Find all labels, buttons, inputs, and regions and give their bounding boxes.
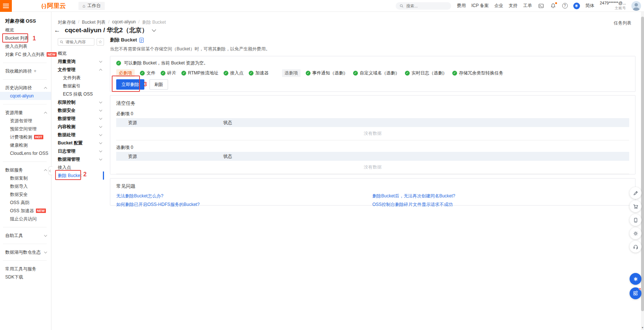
bucket-nav-item[interactable]: 文件列表	[53, 74, 104, 82]
bucket-nav-item[interactable]: 数据处理	[53, 131, 104, 139]
sidebar-item[interactable]: 数据复制	[0, 174, 51, 182]
sidebar-item[interactable]: 数据服务	[0, 166, 51, 174]
sidebar-item[interactable]: 健康检测	[0, 141, 51, 149]
aliyun-logo[interactable]: (-) 阿里云	[41, 1, 66, 10]
bucket-nav-item[interactable]: 权限控制	[53, 98, 104, 106]
vertical-scrollbar[interactable]: ▼	[641, 12, 644, 330]
resource-check-item: ✓加速器	[249, 70, 269, 76]
tasks-panel-title: 清空任务	[116, 100, 629, 107]
sidebar-item[interactable]: Bucket 列表	[0, 34, 51, 42]
oss-sidebar: 对象存储 OSS 概览Bucket 列表接入点列表对象 FC 接入点列表NEW我…	[0, 12, 51, 330]
bucket-nav-item[interactable]: 内容检测	[53, 123, 104, 131]
bucket-nav-item[interactable]: 数据索引	[53, 82, 104, 90]
feedback-pencil-button[interactable]	[630, 187, 641, 199]
refresh-button[interactable]: 刷新	[150, 79, 168, 90]
bucket-nav-item[interactable]: ECS 挂载 OSS	[53, 90, 104, 98]
faq-link[interactable]: 删除Bucket后，无法再次创建同名Bucket?	[372, 193, 455, 199]
breadcrumb-item[interactable]: 对象存储	[58, 19, 76, 26]
sidebar-item-label: 数据导入	[10, 182, 28, 190]
bucket-switcher-chevron-down-icon[interactable]	[152, 27, 156, 31]
avatar[interactable]	[631, 1, 641, 11]
workbench-button[interactable]: ⌂ 工作台	[78, 2, 105, 10]
sidebar-item[interactable]: cqcet-aliyun	[0, 92, 51, 100]
chevron-down-icon	[99, 108, 102, 111]
topnav-link[interactable]: 企业	[494, 3, 503, 9]
breadcrumb-item[interactable]: Bucket 列表	[82, 19, 105, 26]
breadcrumb-item[interactable]: cqcet-aliyun	[112, 19, 136, 26]
bucket-nav-menu: 概览用量查询文件管理文件列表数据索引ECS 挂载 OSS权限控制数据安全数据管理…	[53, 49, 104, 180]
topnav-link[interactable]: 工单	[523, 3, 532, 9]
resource-label: 事件通知（选删）	[312, 70, 348, 76]
global-search-input[interactable]	[406, 4, 443, 8]
back-arrow-icon[interactable]: ←	[54, 27, 60, 34]
bucket-nav-item-label: 数据管理	[58, 114, 76, 123]
scrollbar-thumb[interactable]	[641, 17, 644, 311]
sidebar-item[interactable]: 常用工具与服务	[0, 265, 51, 273]
sidebar-item[interactable]: 资源包管理	[0, 117, 51, 125]
faq-link[interactable]: OSS控制台删除碎片文件显示请求不成功	[372, 201, 453, 208]
mobile-app-button[interactable]	[630, 214, 641, 226]
sidebar-item[interactable]: OSS 加速器NEW	[0, 207, 51, 215]
doc-help-icon[interactable]	[140, 38, 144, 43]
bucket-nav-item[interactable]: 文件管理	[53, 66, 104, 74]
notification-bell-icon[interactable]	[550, 3, 557, 9]
sidebar-item[interactable]: 数据湖与数仓生态	[0, 248, 51, 256]
sidebar-item[interactable]: CloudLens for OSS	[0, 149, 51, 157]
language-switcher[interactable]: 简体	[586, 3, 594, 9]
account-info[interactable]: 2479******@... 主账号	[600, 1, 626, 10]
resource-label: 自定义域名（选删）	[360, 70, 400, 76]
sidebar-item[interactable]: 概览	[0, 26, 51, 34]
resource-label: 碎片	[167, 70, 176, 76]
faq-link[interactable]: 无法删除Bucket怎么办?	[116, 193, 163, 199]
sidebar-item[interactable]: OSS 高防	[0, 199, 51, 207]
headset-icon	[633, 244, 638, 250]
bucket-nav-item[interactable]: 接入点	[53, 163, 104, 171]
breadcrumb: 对象存储/Bucket 列表/cqcet-aliyun/删除 Bucket	[58, 19, 166, 26]
bucket-nav-item[interactable]: 日志管理	[53, 147, 104, 155]
support-button[interactable]	[630, 241, 641, 253]
sidebar-item[interactable]: 计费项检测HOT	[0, 133, 51, 141]
bucket-region-title: cqcet-aliyun / 华北2（北京）	[65, 26, 148, 34]
mini-apps-button[interactable]	[630, 287, 641, 299]
sidebar-collapse-handle[interactable]	[48, 166, 53, 175]
cart-button[interactable]	[630, 200, 641, 212]
sidebar-item[interactable]: 阻止公共访问	[0, 215, 51, 223]
account-id: 2479******@...	[600, 1, 626, 6]
aliyun-assistant-button[interactable]	[630, 273, 641, 285]
bucket-nav-item[interactable]: 数据湖管理	[53, 155, 104, 163]
topnav-links: 费用ICP 备案企业支持工单	[457, 3, 532, 9]
sidebar-item[interactable]: 我收藏的路径+	[0, 67, 51, 75]
sidebar-item[interactable]: 资源用量	[0, 109, 51, 117]
settings-button[interactable]	[630, 227, 641, 239]
sidebar-item[interactable]: 对象 FC 接入点列表NEW	[0, 50, 51, 59]
faq-link[interactable]: 如何删除已开启OSS-HDFS服务的Bucket?	[116, 201, 199, 208]
sidebar-item[interactable]: 数据安全	[0, 190, 51, 199]
delete-now-button[interactable]: 立即删除	[116, 79, 144, 90]
table-header-row: 资源状态	[116, 118, 629, 127]
favorite-star-button[interactable]: ☆	[97, 38, 104, 46]
hamburger-menu-button[interactable]	[0, 0, 12, 12]
sidebar-item[interactable]: 自助工具	[0, 231, 51, 240]
app-asterisk-icon[interactable]	[573, 3, 580, 9]
terminal-icon[interactable]	[538, 3, 544, 9]
bucket-nav-item[interactable]: 概览	[53, 49, 104, 57]
sidebar-item[interactable]: 数据导入	[0, 182, 51, 190]
resource-check-item: ✓自定义域名（选删）	[353, 70, 400, 76]
sidebar-item[interactable]: SDK下载	[0, 273, 51, 281]
bucket-nav-item[interactable]: Bucket 配置	[53, 139, 104, 147]
bucket-nav-item[interactable]: 数据管理	[53, 114, 104, 123]
sidebar-item[interactable]: 历史访问路径	[0, 84, 51, 92]
global-search[interactable]	[396, 2, 451, 10]
help-icon[interactable]: ?	[562, 3, 568, 9]
task-list-link[interactable]: 任务列表	[614, 20, 631, 26]
add-favorite-icon[interactable]: +	[34, 67, 37, 75]
bucket-nav-item[interactable]: 数据安全	[53, 106, 104, 114]
bucket-nav-item[interactable]: 删除 Bucket	[53, 171, 104, 180]
topnav-link[interactable]: 支持	[509, 3, 518, 9]
bucket-nav-item[interactable]: 用量查询	[53, 57, 104, 66]
topnav-link[interactable]: 费用	[457, 3, 466, 9]
sidebar-item[interactable]: 预留空间管理	[0, 125, 51, 133]
topnav-link[interactable]: ICP 备案	[471, 3, 489, 9]
scrollbar-down-arrow[interactable]: ▼	[641, 326, 644, 329]
sidebar-item[interactable]: 接入点列表	[0, 42, 51, 50]
